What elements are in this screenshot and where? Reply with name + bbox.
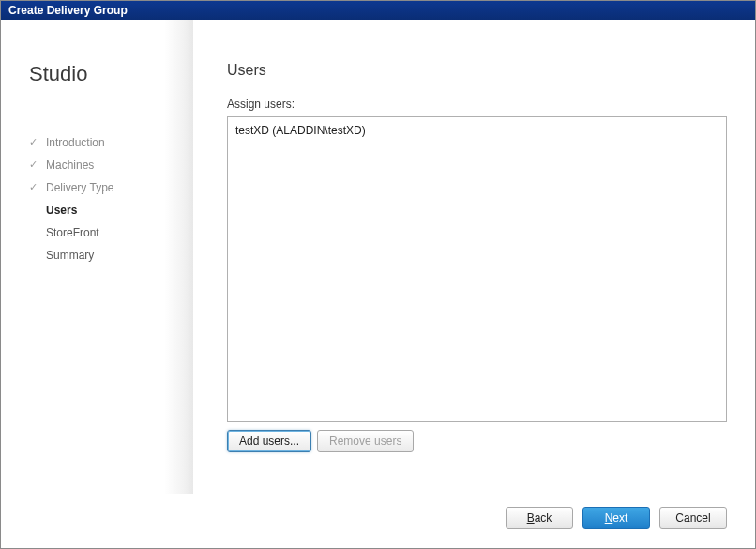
wizard-footer: Back Next Cancel [1, 494, 755, 548]
step-delivery-type[interactable]: Delivery Type [29, 176, 174, 199]
step-introduction[interactable]: Introduction [29, 131, 174, 154]
button-label: Add users... [239, 435, 299, 448]
user-display: testXD (ALADDIN\testXD) [235, 124, 366, 137]
button-rest: ext [612, 511, 627, 525]
add-users-button[interactable]: Add users... [227, 430, 311, 452]
step-label: Users [46, 204, 77, 217]
step-label: Introduction [46, 136, 105, 149]
page-title: Users [227, 62, 727, 79]
assign-users-label: Assign users: [227, 98, 727, 111]
step-label: Machines [46, 159, 94, 172]
next-button[interactable]: Next [582, 507, 650, 529]
window-title: Create Delivery Group [8, 4, 128, 17]
step-machines[interactable]: Machines [29, 154, 174, 176]
sidebar-title: Studio [29, 62, 174, 86]
step-summary[interactable]: Summary [29, 244, 174, 267]
button-label: Remove users [329, 435, 401, 448]
mnemonic: B [527, 511, 535, 525]
wizard-window: Create Delivery Group Studio Introductio… [0, 0, 756, 549]
remove-users-button: Remove users [317, 430, 414, 452]
back-button[interactable]: Back [506, 507, 573, 529]
content-area: Studio Introduction Machines Delivery Ty… [1, 20, 755, 494]
cancel-button[interactable]: Cancel [659, 507, 727, 529]
main-panel: Users Assign users: testXD (ALADDIN\test… [193, 20, 755, 494]
list-buttons: Add users... Remove users [227, 430, 727, 452]
window-body: Studio Introduction Machines Delivery Ty… [1, 20, 755, 548]
user-list[interactable]: testXD (ALADDIN\testXD) [227, 116, 727, 422]
sidebar: Studio Introduction Machines Delivery Ty… [1, 20, 193, 494]
wizard-steps: Introduction Machines Delivery Type User… [29, 131, 174, 267]
step-label: Delivery Type [46, 181, 113, 194]
button-label: Cancel [675, 511, 710, 525]
step-users[interactable]: Users [29, 199, 174, 221]
step-label: StoreFront [46, 226, 99, 239]
titlebar: Create Delivery Group [1, 1, 755, 20]
button-rest: ack [535, 511, 552, 525]
step-storefront[interactable]: StoreFront [29, 221, 174, 244]
list-item[interactable]: testXD (ALADDIN\testXD) [235, 123, 718, 138]
step-label: Summary [46, 249, 94, 262]
